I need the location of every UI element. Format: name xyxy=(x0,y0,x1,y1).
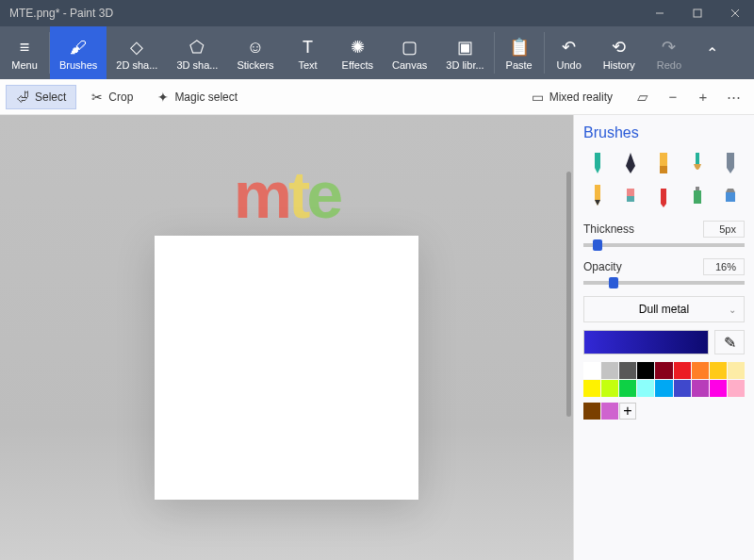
zoom-out-button[interactable]: − xyxy=(660,84,686,110)
color-swatch[interactable] xyxy=(619,380,636,397)
opacity-slider[interactable] xyxy=(583,281,745,285)
color-swatch[interactable] xyxy=(583,380,600,397)
effects-icon: ✺ xyxy=(351,35,365,59)
window-title: MTE.png* - Paint 3D xyxy=(9,7,113,20)
menu-button[interactable]: ≡Menu xyxy=(0,26,49,79)
svg-marker-14 xyxy=(661,189,666,207)
ribbon: ≡Menu 🖌Brushes ◇2D sha... ⬠3D sha... ☺St… xyxy=(0,26,754,79)
color-swatch[interactable] xyxy=(674,380,691,397)
color-swatch[interactable] xyxy=(619,362,636,379)
color-swatch[interactable] xyxy=(601,403,618,420)
hamburger-icon: ≡ xyxy=(20,35,30,59)
sticker-icon: ☺ xyxy=(247,35,264,59)
tab-brushes[interactable]: 🖌Brushes xyxy=(50,26,107,79)
thickness-value[interactable]: 5px xyxy=(703,221,745,238)
canvas-3d-text[interactable]: mte xyxy=(234,157,340,233)
flag-icon: ▱ xyxy=(637,89,648,106)
brush-pencil[interactable] xyxy=(583,183,611,207)
svg-rect-13 xyxy=(627,196,634,202)
svg-rect-16 xyxy=(696,187,699,190)
add-color-button[interactable]: + xyxy=(619,403,636,420)
zoom-in-button[interactable]: + xyxy=(690,84,716,110)
brush-watercolor[interactable] xyxy=(683,151,711,175)
brush-grid xyxy=(583,151,745,207)
brush-pixel-pen[interactable] xyxy=(717,151,745,175)
plus-icon: + xyxy=(699,89,708,105)
color-swatch[interactable] xyxy=(583,403,600,420)
material-dropdown[interactable]: Dull metal ⌄ xyxy=(583,296,745,322)
panel-heading: Brushes xyxy=(583,124,745,141)
brush-calligraphy-pen[interactable] xyxy=(616,151,644,175)
canvas-area[interactable]: mte xyxy=(0,115,573,560)
brush-marker[interactable] xyxy=(583,151,611,175)
svg-rect-6 xyxy=(660,153,667,166)
crop-tool[interactable]: ✂Crop xyxy=(82,86,142,108)
color-swatch[interactable] xyxy=(637,380,654,397)
opacity-label: Opacity xyxy=(583,260,622,273)
canvas-surface[interactable] xyxy=(155,236,418,500)
brush-crayon[interactable] xyxy=(650,183,678,207)
color-swatch[interactable] xyxy=(655,362,672,379)
history-icon: ⟲ xyxy=(612,35,626,59)
brush-spray-can[interactable] xyxy=(683,183,711,207)
eyedropper-icon: ✎ xyxy=(724,334,736,352)
magic-select-tool[interactable]: ✦Magic select xyxy=(148,86,247,108)
mixed-reality-tool[interactable]: ▭Mixed reality xyxy=(522,86,622,108)
color-swatch[interactable] xyxy=(655,380,672,397)
svg-rect-17 xyxy=(726,192,735,202)
crop-icon: ✂ xyxy=(91,90,103,105)
more-button[interactable]: ⋯ xyxy=(720,84,746,110)
tab-3d-shapes[interactable]: ⬠3D sha... xyxy=(167,26,227,79)
brush-eraser[interactable] xyxy=(616,183,644,207)
color-swatch[interactable] xyxy=(728,362,745,379)
redo-button[interactable]: ↷Redo xyxy=(645,26,694,79)
history-button[interactable]: ⟲History xyxy=(594,26,645,79)
close-button[interactable] xyxy=(716,0,754,26)
titlebar: MTE.png* - Paint 3D xyxy=(0,0,754,26)
svg-marker-18 xyxy=(726,189,735,192)
svg-marker-5 xyxy=(626,153,635,173)
maximize-button[interactable] xyxy=(679,0,716,26)
color-swatch[interactable] xyxy=(674,362,691,379)
color-swatch[interactable] xyxy=(728,380,745,397)
shapes-2d-icon: ◇ xyxy=(130,35,143,59)
color-swatch[interactable] xyxy=(692,380,709,397)
svg-rect-1 xyxy=(694,9,701,17)
color-swatch[interactable] xyxy=(583,362,600,379)
vertical-scrollbar[interactable] xyxy=(566,172,571,417)
opacity-value[interactable]: 16% xyxy=(703,258,745,275)
tab-text[interactable]: TText xyxy=(284,26,333,79)
svg-marker-4 xyxy=(595,153,600,173)
svg-marker-11 xyxy=(595,200,600,206)
current-color[interactable] xyxy=(583,330,709,354)
color-swatch[interactable] xyxy=(637,362,654,379)
svg-rect-8 xyxy=(696,153,699,164)
chevron-down-icon: ⌄ xyxy=(729,305,736,315)
tab-3d-library[interactable]: ▣3D libr... xyxy=(436,26,493,79)
brush-fill[interactable] xyxy=(717,183,745,207)
paste-button[interactable]: 📋Paste xyxy=(495,26,544,79)
brush-oil[interactable] xyxy=(650,151,678,175)
undo-icon: ↶ xyxy=(562,35,576,59)
paste-icon: 📋 xyxy=(509,35,530,59)
svg-rect-15 xyxy=(694,190,701,204)
color-swatch[interactable] xyxy=(601,362,618,379)
undo-button[interactable]: ↶Undo xyxy=(545,26,594,79)
tab-stickers[interactable]: ☺Stickers xyxy=(227,26,283,79)
color-swatch[interactable] xyxy=(710,362,727,379)
tab-2d-shapes[interactable]: ◇2D sha... xyxy=(107,26,167,79)
color-swatch[interactable] xyxy=(710,380,727,397)
view-3d-button[interactable]: ▱ xyxy=(630,84,656,110)
thickness-slider[interactable] xyxy=(583,243,745,247)
color-swatch[interactable] xyxy=(692,362,709,379)
mixed-reality-icon: ▭ xyxy=(532,90,544,105)
color-swatch[interactable] xyxy=(601,380,618,397)
tab-effects[interactable]: ✺Effects xyxy=(333,26,383,79)
tab-canvas[interactable]: ▢Canvas xyxy=(383,26,436,79)
magic-select-icon: ✦ xyxy=(157,90,169,105)
ellipsis-icon: ⋯ xyxy=(727,89,741,106)
select-tool[interactable]: ⮰Select xyxy=(6,85,76,109)
collapse-ribbon-button[interactable]: ⌃ xyxy=(694,26,731,79)
eyedropper-button[interactable]: ✎ xyxy=(714,330,745,354)
minimize-button[interactable] xyxy=(641,0,679,26)
